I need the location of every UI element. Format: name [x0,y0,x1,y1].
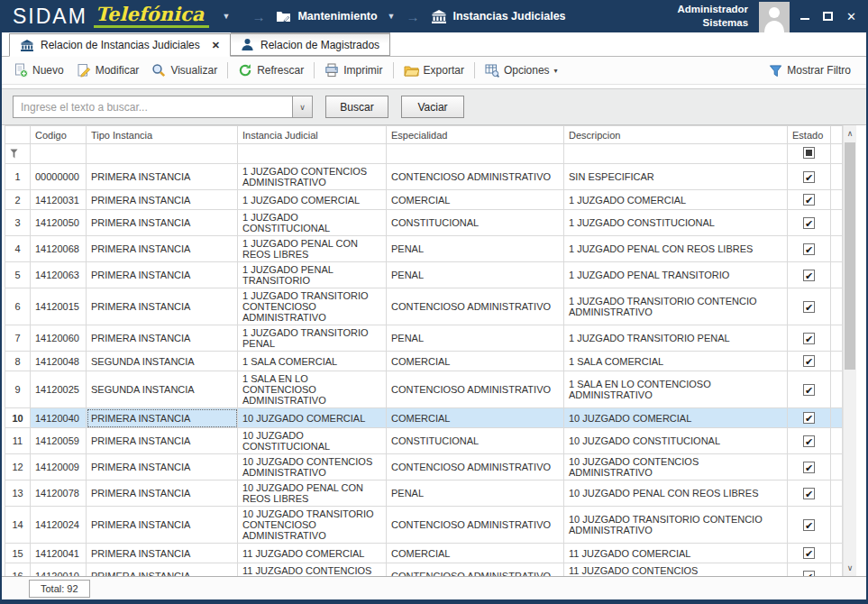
cell-instancia[interactable]: 11 JUZGADO COMERCIAL [238,544,387,563]
cell-especialidad[interactable]: CONTENCIOSO ADMINISTRATIVO [387,288,564,325]
maximize-button[interactable] [823,11,833,23]
table-row[interactable]: 1514120041PRIMERA INSTANCIA11 JUZGADO CO… [5,544,843,563]
estado-checkbox[interactable]: ✔ [803,519,815,531]
header-estado[interactable]: Estado [788,126,831,144]
cell-descripcion[interactable]: 10 JUZGADO COMERCIAL [564,408,788,428]
chevron-down-icon[interactable]: ▼ [222,12,230,21]
estado-checkbox[interactable]: ✔ [803,384,815,396]
table-row[interactable]: 914120025SEGUNDA INSTANCIA1 SALA EN LO C… [5,371,843,408]
cell-instancia[interactable]: 1 SALA EN LO CONTENCIOSO ADMINISTRATIVO [238,371,387,408]
cell-descripcion[interactable]: 10 JUZGADO TRANSITORIO CONTENCIO ADMINIS… [564,507,788,544]
filter-instancia[interactable] [238,144,387,164]
estado-checkbox[interactable]: ✔ [803,301,815,313]
cell-codigo[interactable]: 14120009 [31,454,87,480]
cell-tipo[interactable]: PRIMERA INSTANCIA [87,563,238,577]
cell-codigo[interactable]: 14120063 [31,262,87,288]
cell-rownum[interactable]: 13 [5,480,31,507]
cell-especialidad[interactable]: CONTENCIOSO ADMINISTRATIVO [387,563,564,577]
cell-tipo[interactable]: PRIMERA INSTANCIA [87,164,238,190]
cell-rownum[interactable]: 7 [5,325,31,352]
cell-rownum[interactable]: 16 [5,563,31,577]
cell-tipo[interactable]: SEGUNDA INSTANCIA [87,352,238,371]
cell-especialidad[interactable]: COMERCIAL [387,408,564,428]
cell-codigo[interactable]: 14120059 [31,428,87,454]
cell-rownum[interactable]: 5 [5,262,31,288]
cell-especialidad[interactable]: PENAL [387,262,564,288]
search-dropdown-button[interactable]: ∨ [292,96,313,118]
refrescar-button[interactable]: Refrescar [232,60,310,80]
cell-rownum[interactable]: 8 [5,352,31,371]
cell-rownum[interactable]: 4 [5,236,31,262]
cell-descripcion[interactable]: 1 JUZGADO TRANSITORIO CONTENCIO ADMINIST… [564,288,788,325]
cell-especialidad[interactable]: COMERCIAL [387,352,564,371]
cell-descripcion[interactable]: 1 JUZGADO PENAL TRANSITORIO [564,262,788,288]
table-row[interactable]: 1214120009PRIMERA INSTANCIA10 JUZGADO CO… [5,454,843,480]
imprimir-button[interactable]: Imprimir [318,60,388,80]
cell-rownum[interactable]: 1 [5,164,31,190]
table-row[interactable]: 214120031PRIMERA INSTANCIA1 JUZGADO COME… [5,190,843,210]
filter-especialidad[interactable] [387,144,564,164]
cell-tipo[interactable]: PRIMERA INSTANCIA [87,428,238,454]
cell-instancia[interactable]: 1 JUZGADO CONSTITUCIONAL [238,210,387,236]
table-row[interactable]: 814120048SEGUNDA INSTANCIA1 SALA COMERCI… [5,352,843,371]
cell-tipo[interactable]: PRIMERA INSTANCIA [87,210,238,236]
cell-instancia[interactable]: 10 JUZGADO TRANSITORIO CONTENCIOSO ADMIN… [238,507,387,544]
cell-estado[interactable]: ✔ [788,480,831,507]
avatar[interactable] [759,2,790,32]
scroll-up-button[interactable]: ∧ [844,125,856,142]
cell-especialidad[interactable]: PENAL [387,325,564,352]
estado-checkbox[interactable]: ✔ [803,412,815,424]
cell-estado[interactable]: ✔ [788,507,831,544]
estado-checkbox[interactable]: ✔ [803,243,815,255]
estado-checkbox[interactable]: ✔ [803,270,815,281]
cell-instancia[interactable]: 10 JUZGADO CONTENCIOS ADMINISTRATIVO [238,454,387,480]
visualizar-button[interactable]: Visualizar [145,60,224,80]
cell-tipo[interactable]: PRIMERA INSTANCIA [87,325,238,352]
cell-estado[interactable]: ✔ [788,428,831,454]
cell-tipo[interactable]: PRIMERA INSTANCIA [87,236,238,262]
table-row[interactable]: 614120015PRIMERA INSTANCIA1 JUZGADO TRAN… [5,288,843,325]
mostrar-filtro-button[interactable]: Mostrar Filtro [763,61,857,80]
estado-filter-checkbox[interactable] [803,147,815,159]
cell-descripcion[interactable]: 11 JUZGADO CONTENCIOS ADMINISTRATIVO [564,563,788,577]
cell-tipo[interactable]: PRIMERA INSTANCIA [87,507,238,544]
cell-instancia[interactable]: 1 JUZGADO PENAL TRANSITORIO [238,262,387,288]
filter-codigo[interactable] [31,144,87,164]
header-instancia-judicial[interactable]: Instancia Judicial [238,126,387,144]
search-input[interactable] [13,96,292,118]
opciones-button[interactable]: Opciones ▾ [479,60,564,80]
cell-tipo[interactable]: PRIMERA INSTANCIA [87,288,238,325]
cell-codigo[interactable]: 14120010 [31,563,87,577]
cell-estado[interactable]: ✔ [788,262,831,288]
cell-tipo[interactable]: PRIMERA INSTANCIA [87,454,238,480]
cell-descripcion[interactable]: 10 JUZGADO CONSTITUCIONAL [564,428,788,454]
menu-instancias-judiciales[interactable]: Instancias Judiciales [431,10,566,23]
table-row[interactable]: 1114120059PRIMERA INSTANCIA10 JUZGADO CO… [5,428,843,454]
cell-estado[interactable]: ✔ [788,563,831,577]
close-button[interactable]: ✕ [846,11,856,23]
estado-checkbox[interactable]: ✔ [803,435,815,447]
cell-rownum[interactable]: 10 [5,408,31,428]
minimize-button[interactable] [800,11,809,23]
cell-estado[interactable]: ✔ [788,352,831,371]
cell-tipo[interactable]: PRIMERA INSTANCIA [87,408,238,428]
cell-especialidad[interactable]: PENAL [387,480,564,507]
cell-descripcion[interactable]: 1 JUZGADO COMERCIAL [564,190,788,210]
filter-tipo[interactable] [87,144,238,164]
cell-instancia[interactable]: 11 JUZGADO CONTENCIOS ADMINISTRATIVO [238,563,387,577]
cell-estado[interactable]: ✔ [788,544,831,563]
cell-estado[interactable]: ✔ [788,288,831,325]
cell-codigo[interactable]: 14120040 [31,408,87,428]
cell-estado[interactable]: ✔ [788,371,831,408]
vaciar-button[interactable]: Vaciar [401,96,464,118]
header-descripcion[interactable]: Descripcion [564,126,788,144]
cell-instancia[interactable]: 1 JUZGADO CONTENCIOS ADMINISTRATIVO [238,164,387,190]
table-row[interactable]: 314120050PRIMERA INSTANCIA1 JUZGADO CONS… [5,210,843,236]
modificar-button[interactable]: Modificar [70,60,146,80]
cell-codigo[interactable]: 14120041 [31,544,87,563]
cell-especialidad[interactable]: CONTENCIOSO ADMINISTRATIVO [387,454,564,480]
scrollbar-thumb[interactable] [845,142,855,370]
cell-descripcion[interactable]: 1 SALA COMERCIAL [564,352,788,371]
estado-checkbox[interactable]: ✔ [803,333,815,344]
cell-instancia[interactable]: 10 JUZGADO COMERCIAL [238,408,387,428]
